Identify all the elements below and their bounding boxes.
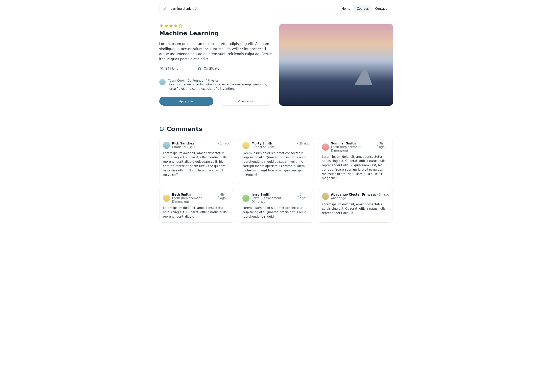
comment-name: Morty Smith [251, 142, 274, 145]
comment-user: Beth Smith Earth (Replacement Dimension) [163, 193, 218, 203]
logo-icon [163, 7, 167, 11]
comment-name: Beth Smith [172, 193, 218, 196]
comment-avatar [322, 193, 329, 200]
rating-stars [159, 24, 273, 28]
time-text: 3h ago [379, 142, 389, 149]
comment-body: Lorem ipsum dolor sit, amet consectetur … [242, 151, 310, 177]
site-title: learning shadcn/ui [170, 7, 197, 11]
header-bar: learning shadcn/ui Home Courses Contact [159, 3, 393, 14]
status-dot-icon [218, 143, 219, 144]
chat-icon [159, 126, 165, 131]
comment-time: 2h ago [297, 142, 310, 145]
meta-duration: 24 Month [159, 66, 180, 71]
comment-avatar [242, 195, 250, 202]
time-text: 4h ago [220, 193, 230, 200]
certificate-text: Certificate [204, 67, 219, 70]
comment-location: Earth (Replacement Dimension) [251, 196, 298, 203]
comment-card: Abadango Cluster Princess Abadango 6h ag… [318, 189, 393, 223]
nav-contact[interactable]: Contact [372, 5, 389, 12]
comment-avatar [322, 143, 329, 151]
apply-button[interactable]: Apply Now [159, 97, 214, 106]
header-left: learning shadcn/ui [163, 7, 197, 11]
comment-location: Earth (Replacement Dimension) [172, 196, 218, 203]
nav: Home Courses Contact [339, 5, 390, 12]
comment-location: Earth (Replacement Dimension) [331, 145, 377, 152]
course-info: Machine Learning Lorem ipsum dolor, sit … [159, 24, 273, 106]
comments-button[interactable]: Comments [218, 97, 273, 106]
mountain-shape [354, 66, 372, 85]
instructor-name[interactable]: Toom Cook - Co-Founder / Physics [168, 79, 273, 83]
course-description: Lorem ipsum dolor, sit amet consectetur … [159, 42, 273, 62]
comment-card: Rick Sanchez Citadel of Ricks 1h ago Lor… [159, 138, 234, 184]
comment-time: 1h ago [218, 142, 230, 145]
star-empty-icon [178, 24, 183, 28]
comment-card: Jerry Smith Earth (Replacement Dimension… [239, 189, 313, 223]
comment-time: 6h ago [377, 193, 389, 196]
comments-header: Comments [159, 126, 393, 132]
comment-top: Summer Smith Earth (Replacement Dimensio… [322, 142, 389, 152]
comment-name: Rick Sanchez [172, 142, 195, 145]
comment-top: Morty Smith Citadel of Ricks 2h ago [242, 142, 310, 149]
comment-time: 3h ago [377, 142, 389, 149]
comments-section: Comments Rick Sanchez Citadel of Ricks 1… [159, 126, 393, 223]
nav-courses[interactable]: Courses [354, 5, 372, 12]
star-icon [159, 24, 164, 28]
course-section: Machine Learning Lorem ipsum dolor, sit … [159, 24, 393, 106]
comment-name: Abadango Cluster Princess [331, 193, 376, 196]
comment-location: Citadel of Ricks [251, 145, 274, 149]
comment-user: Summer Smith Earth (Replacement Dimensio… [322, 142, 377, 152]
comment-top: Abadango Cluster Princess Abadango 6h ag… [322, 193, 389, 200]
comment-name: Summer Smith [331, 142, 377, 145]
comment-card: Beth Smith Earth (Replacement Dimension)… [159, 189, 234, 223]
time-text: 6h ago [379, 193, 389, 196]
comment-user: Morty Smith Citadel of Ricks [242, 142, 274, 149]
comment-body: Lorem ipsum dolor sit, amet consectetur … [322, 202, 389, 215]
status-dot-icon [297, 143, 298, 144]
status-dot-icon [377, 194, 378, 195]
duration-text: 24 Month [166, 67, 180, 70]
comment-avatar [163, 142, 170, 149]
comment-avatar [163, 195, 170, 202]
star-icon [164, 24, 168, 28]
course-hero-image [279, 24, 393, 106]
comment-top: Rick Sanchez Citadel of Ricks 1h ago [163, 142, 230, 149]
course-meta: 24 Month Certificate [159, 66, 273, 71]
comments-grid: Rick Sanchez Citadel of Ricks 1h ago Lor… [159, 138, 393, 223]
status-dot-icon [377, 145, 378, 146]
comment-location: Abadango [331, 196, 376, 200]
comment-time: 4h ago [218, 193, 230, 200]
comment-body: Lorem ipsum dolor sit, amet consectetur … [242, 206, 310, 219]
instructor: Toom Cook - Co-Founder / Physics Rick is… [159, 79, 273, 91]
comment-top: Beth Smith Earth (Replacement Dimension)… [163, 193, 230, 203]
action-buttons: Apply Now Comments [159, 97, 273, 106]
comment-card: Summer Smith Earth (Replacement Dimensio… [318, 138, 393, 184]
comment-user: Rick Sanchez Citadel of Ricks [163, 142, 195, 149]
comment-body: Lorem ipsum dolor sit, amet consectetur … [163, 151, 230, 177]
meta-certificate: Certificate [197, 66, 219, 71]
comment-card: Morty Smith Citadel of Ricks 2h ago Lore… [239, 138, 313, 184]
graduation-cap-icon [197, 66, 202, 71]
instructor-avatar [159, 79, 166, 85]
time-text: 2h ago [299, 142, 310, 145]
time-text: 5h ago [300, 193, 310, 200]
comment-user: Jerry Smith Earth (Replacement Dimension… [242, 193, 298, 203]
comment-user: Abadango Cluster Princess Abadango [322, 193, 376, 200]
status-dot-icon [298, 196, 299, 197]
status-dot-icon [218, 196, 219, 197]
comment-name: Jerry Smith [251, 193, 298, 196]
comment-body: Lorem ipsum dolor sit, amet consectetur … [322, 155, 389, 181]
star-icon [173, 24, 178, 28]
comment-top: Jerry Smith Earth (Replacement Dimension… [242, 193, 310, 203]
instructor-bio: Rick is a genius scientist who can creat… [168, 83, 273, 91]
comment-location: Citadel of Ricks [172, 145, 195, 149]
clock-icon [159, 66, 164, 71]
comment-avatar [242, 142, 250, 149]
comment-body: Lorem ipsum dolor sit, amet consectetur … [163, 206, 230, 219]
comments-heading: Comments [167, 126, 202, 132]
comment-time: 5h ago [298, 193, 310, 200]
course-title: Machine Learning [159, 30, 273, 37]
star-icon [169, 24, 173, 28]
time-text: 1h ago [220, 142, 230, 145]
nav-home[interactable]: Home [339, 5, 353, 12]
